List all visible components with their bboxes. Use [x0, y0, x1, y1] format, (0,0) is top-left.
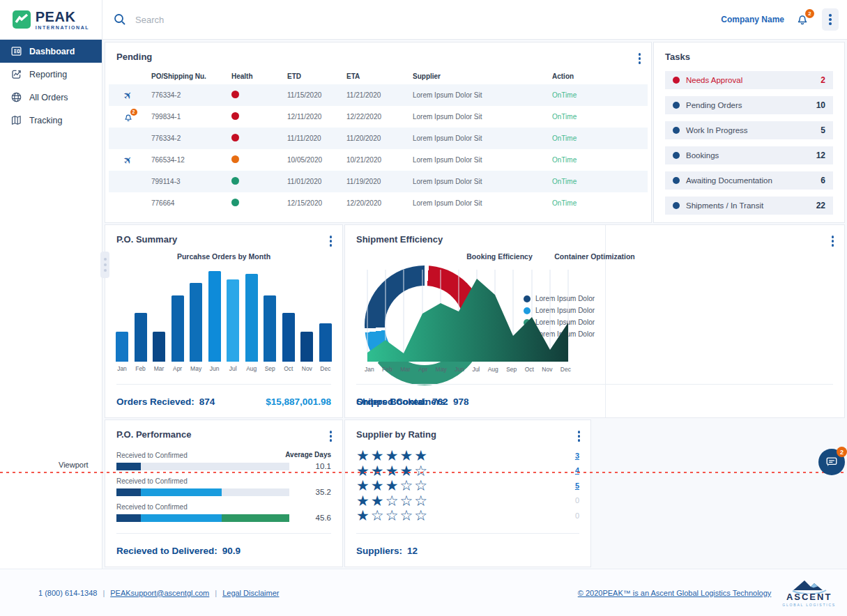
eta-date: 10/21/2020 [342, 156, 409, 164]
chat-badge: 2 [837, 447, 847, 457]
action-link[interactable]: OnTime [548, 178, 648, 185]
supplier-name: Lorem Ipsum Dolor Sit [409, 178, 548, 185]
pending-table-row[interactable]: ✈766534-1210/05/202010/21/2020Lorem Ipsu… [109, 149, 648, 171]
sidebar-item-label: All Orders [29, 93, 68, 102]
average-days-value: 10.1 [289, 462, 331, 470]
area-chart-title: Container Optimization [345, 252, 844, 261]
notifications-bell-button[interactable]: 2 [795, 11, 811, 28]
task-item[interactable]: Work In Progress5 [665, 121, 833, 139]
rating-count: 0 [575, 511, 579, 520]
action-link[interactable]: OnTime [548, 156, 648, 164]
task-label: Shipments / In Transit [686, 201, 810, 210]
task-count: 22 [816, 201, 825, 210]
chat-button[interactable]: 2 [818, 449, 845, 475]
task-count: 12 [816, 151, 825, 160]
action-link[interactable]: OnTime [548, 113, 648, 121]
bar-apr [171, 295, 184, 362]
pending-table-row[interactable]: 77666412/15/202012/20/2020Lorem Ipsum Do… [109, 192, 648, 214]
task-dot-icon [673, 127, 680, 134]
supplier-name: Lorem Ipsum Dolor Sit [409, 91, 548, 99]
etd-date: 11/11/2020 [283, 134, 342, 142]
rating-count-link[interactable]: 4 [575, 466, 579, 475]
bar-mar [153, 332, 165, 362]
rating-row: ★☆☆☆☆0 [356, 508, 579, 523]
etd-date: 10/05/2020 [283, 156, 342, 164]
pending-table-header: PO/Shipping Nu.HealthETDETASupplierActio… [109, 68, 648, 84]
sidebar-item-label: Tracking [29, 116, 62, 125]
progress-bar [116, 514, 289, 522]
supplier-rating-menu-button[interactable] [578, 431, 581, 442]
shipped-containers-total: Shipped Containers:978 [356, 396, 469, 407]
rating-count: 0 [575, 496, 579, 505]
search-input[interactable] [135, 15, 358, 25]
sidebar-item-dashboard[interactable]: Dashboard [0, 40, 102, 63]
shipment-efficiency-card: Shipment Efficiency Booking Efficiency L… [344, 224, 845, 418]
action-link[interactable]: OnTime [548, 91, 648, 99]
legal-disclaimer-link[interactable]: Legal Disclaimer [222, 589, 279, 597]
reporting-icon [10, 68, 22, 80]
action-link[interactable]: OnTime [548, 134, 648, 142]
company-name-button[interactable]: Company Name [721, 15, 784, 24]
area-chart-x-axis: JanFebMarAprMayJunJulAugSepOctNovDec [365, 366, 571, 373]
pending-table-row[interactable]: 776334-211/11/202011/20/2020Lorem Ipsum … [109, 128, 648, 149]
po-bar-chart [116, 270, 332, 362]
po-number: 799114-3 [147, 178, 227, 185]
po-number: 776334-2 [147, 134, 227, 142]
task-label: Bookings [686, 151, 810, 160]
rating-count-link[interactable]: 3 [575, 452, 579, 460]
rating-row: ★★★☆☆5 [356, 478, 579, 493]
sidebar-item-label: Reporting [29, 70, 67, 79]
pending-table-row[interactable]: 799114-311/01/202011/19/2020Lorem Ipsum … [109, 171, 648, 192]
task-label: Awaiting Documentation [686, 176, 814, 185]
copyright-link[interactable]: © 2020PEAK™ is an Ascent Global Logistic… [578, 589, 772, 597]
sidebar-item-label: Dashboard [29, 47, 75, 56]
task-item[interactable]: Pending Orders10 [665, 96, 833, 114]
chat-bubble-icon [824, 454, 839, 470]
rating-count-link[interactable]: 5 [575, 482, 579, 490]
sidebar: DashboardReportingAll OrdersTracking [0, 40, 102, 569]
star-rating-4: ★★★★☆ [356, 463, 429, 478]
received-to-delivered-total: Recieved to Delivered:90.9 [116, 546, 241, 556]
eta-date: 12/22/2020 [342, 113, 409, 121]
airplane-icon: ✈ [121, 153, 136, 168]
brand-logo[interactable]: PEAK INTERNATIONAL [0, 0, 102, 39]
eta-date: 11/21/2020 [342, 91, 409, 99]
task-count: 2 [821, 75, 825, 85]
task-item[interactable]: Needs Approval2 [665, 71, 833, 89]
pending-menu-button[interactable] [639, 53, 641, 64]
tracking-icon [10, 114, 22, 126]
pending-table-row[interactable]: 2799834-112/11/202012/22/2020Lorem Ipsum… [109, 106, 648, 128]
po-summary-card: P.O. Summary Purcahse Orders by Month Ja… [105, 224, 343, 418]
pending-table-row[interactable]: ✈776334-211/15/202011/21/2020Lorem Ipsum… [109, 84, 648, 106]
supplier-name: Lorem Ipsum Dolor Sit [409, 134, 548, 142]
dashboard-content: Pending PO/Shipping Nu.HealthETDETASuppl… [102, 40, 847, 569]
task-item[interactable]: Bookings12 [665, 146, 833, 164]
sidebar-item-all-orders[interactable]: All Orders [0, 86, 102, 109]
top-bar: PEAK INTERNATIONAL Company Name 2 [0, 0, 847, 40]
performance-row: Received to Confirmed35.2 [116, 477, 331, 496]
task-item[interactable]: Awaiting Documentation6 [665, 171, 833, 190]
support-email-link[interactable]: PEAKsupport@ascentgl.com [110, 589, 209, 597]
po-performance-menu-button[interactable] [330, 431, 333, 442]
task-item[interactable]: Shipments / In Transit22 [665, 197, 833, 215]
bar-may [190, 283, 202, 362]
header-menu-button[interactable] [822, 8, 839, 31]
task-label: Work In Progress [686, 126, 814, 134]
health-dot [231, 91, 239, 98]
etd-date: 12/15/2020 [283, 199, 342, 207]
sidebar-item-reporting[interactable]: Reporting [0, 63, 102, 86]
bar-oct [282, 313, 295, 362]
progress-bar [116, 488, 289, 496]
star-rating-2: ★★☆☆☆ [356, 493, 429, 508]
po-summary-menu-button[interactable] [330, 236, 333, 247]
action-link[interactable]: OnTime [548, 199, 648, 207]
viewport-label: Viewport [59, 461, 89, 469]
panel-drag-handle[interactable] [100, 252, 109, 278]
notification-badge: 2 [805, 9, 814, 18]
search-bar[interactable] [102, 0, 721, 39]
sidebar-item-tracking[interactable]: Tracking [0, 109, 102, 132]
rating-rows: ★★★★★3★★★★☆4★★★☆☆5★★☆☆☆0★☆☆☆☆0 [356, 448, 579, 523]
container-optimization-section: Container Optimization JanFebMarAprMayJu… [345, 225, 844, 417]
average-days-value: 35.2 [289, 488, 331, 496]
bell-alert-icon: 2 [123, 111, 134, 123]
